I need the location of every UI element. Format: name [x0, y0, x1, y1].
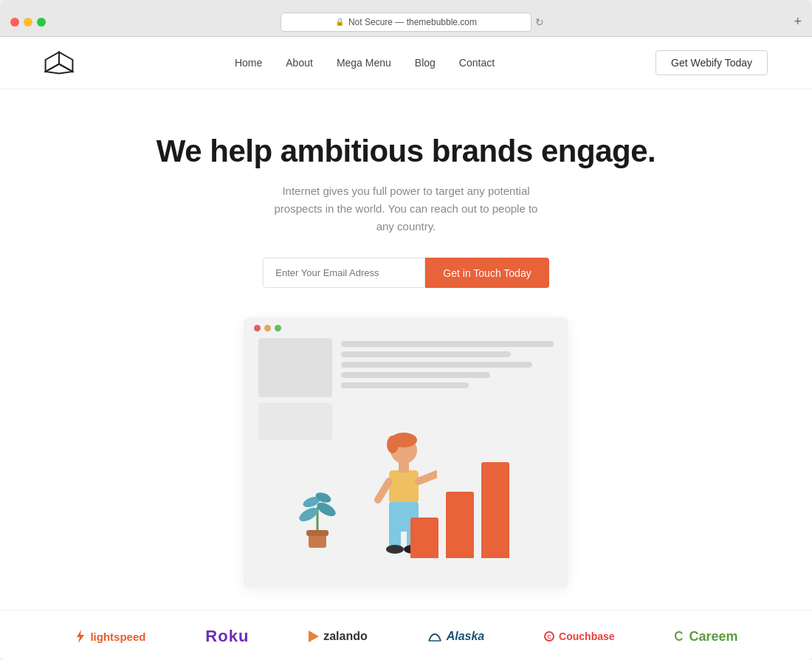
zalando-icon [309, 630, 319, 642]
logo-couchbase: C Couchbase [544, 630, 614, 642]
hero-form: Get in Touch Today [30, 258, 782, 288]
svg-marker-0 [59, 52, 72, 72]
hero-title: We help ambitious brands engage. [30, 134, 782, 169]
mockup-dot-green [275, 325, 281, 331]
browser-chrome: 🔒 Not Secure — themebubble.com ↻ + [0, 0, 812, 37]
hero-subtitle: Internet gives you full power to target … [266, 182, 546, 236]
mockup-text-lines [341, 338, 554, 388]
mockup-line-1 [341, 341, 554, 347]
logo-zalando: zalando [309, 630, 368, 643]
svg-marker-1 [46, 52, 59, 72]
traffic-lights [0, 18, 56, 27]
new-tab-button[interactable]: + [794, 14, 802, 30]
mockup-line-5 [341, 382, 469, 388]
svg-point-20 [386, 545, 404, 554]
mockup-line-3 [341, 362, 532, 368]
address-bar[interactable]: 🔒 Not Secure — themebubble.com ↻ [281, 13, 531, 32]
hero-section: We help ambitious brands engage. Interne… [0, 89, 812, 610]
bar-3 [481, 462, 509, 558]
bar-2 [446, 492, 474, 558]
lock-icon: 🔒 [335, 18, 344, 26]
svg-rect-4 [306, 530, 328, 536]
get-in-touch-button[interactable]: Get in Touch Today [425, 258, 548, 288]
mockup-dot-red [254, 325, 261, 331]
nav-cta-button[interactable]: Get Webify Today [656, 50, 768, 75]
svg-line-16 [378, 481, 389, 500]
nav-about[interactable]: About [286, 57, 313, 69]
navbar: Home About Mega Menu Blog Contact Get We… [0, 37, 812, 89]
nav-links: Home About Mega Menu Blog Contact [235, 56, 495, 69]
logo-alaska: Alaska [427, 630, 485, 643]
logo-lightspeed: lightspeed [74, 630, 145, 643]
svg-marker-2 [46, 64, 73, 74]
minimize-button[interactable] [24, 18, 32, 27]
svg-rect-14 [399, 462, 409, 472]
svg-point-12 [387, 436, 399, 453]
bar-1 [410, 518, 438, 558]
svg-rect-18 [389, 526, 401, 548]
browser-mockup [244, 317, 568, 588]
nav-mega-menu[interactable]: Mega Menu [337, 57, 391, 69]
logo-roku: Roku [205, 627, 249, 646]
hero-illustration [244, 317, 568, 588]
mockup-line-2 [341, 351, 511, 357]
logo[interactable] [44, 51, 74, 75]
illustration-scene [258, 425, 554, 573]
close-button[interactable] [10, 18, 19, 27]
mockup-dots [254, 325, 281, 331]
plant-illustration [295, 467, 340, 558]
mockup-image-large [258, 338, 332, 397]
couchbase-icon: C [544, 631, 554, 642]
logos-strip: lightspeed Roku zalando Alaska C Couchba… [0, 610, 812, 660]
nav-blog[interactable]: Blog [415, 57, 436, 69]
nav-contact[interactable]: Contact [459, 57, 495, 69]
page-content: Home About Mega Menu Blog Contact Get We… [0, 37, 812, 660]
nav-home[interactable]: Home [235, 57, 262, 69]
url-text: Not Secure — themebubble.com [348, 17, 477, 27]
logo-careem: Careem [674, 629, 737, 644]
fullscreen-button[interactable] [37, 18, 46, 27]
mockup-dot-yellow [264, 325, 271, 331]
bar-chart [410, 462, 509, 558]
email-input[interactable] [263, 258, 425, 288]
mockup-line-4 [341, 372, 490, 378]
